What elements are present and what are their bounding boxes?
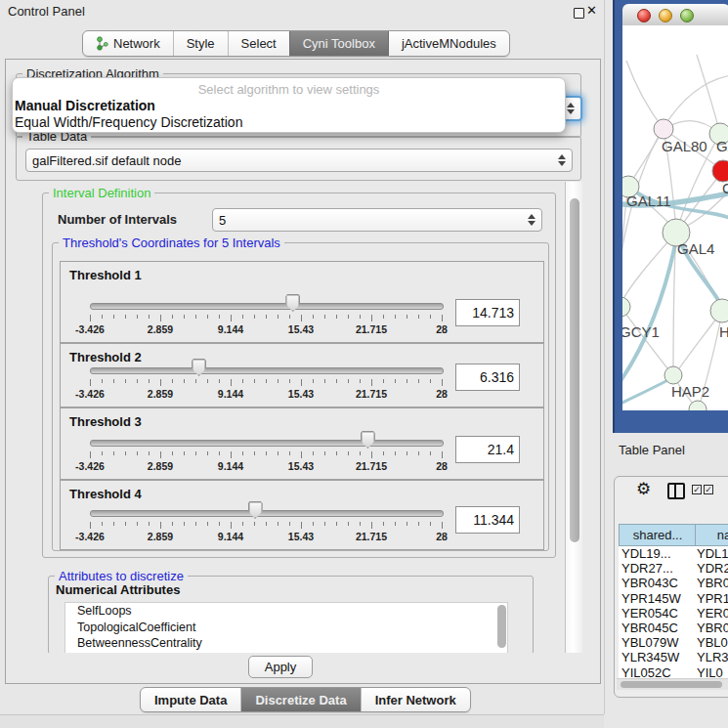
minor-tick	[289, 379, 290, 383]
table-row[interactable]: YDR27...YDR2	[619, 561, 728, 576]
slider-track[interactable]	[90, 510, 444, 517]
control-panel-titlebar: Control Panel ✕	[0, 0, 604, 23]
float-window-icon[interactable]	[574, 8, 584, 19]
tick-label: 9.144	[201, 323, 260, 335]
threshold-value-field[interactable]: 14.713	[455, 299, 520, 326]
cell-shared-name: YBR045C	[621, 621, 678, 635]
number-of-intervals-value: 5	[219, 213, 524, 228]
attribute-item-selfloops[interactable]: SelfLoops	[65, 603, 507, 620]
thresholds-legend: Threshold's Coordinates for 5 Intervals	[59, 236, 284, 250]
minor-tick	[430, 379, 431, 383]
gear-icon[interactable]: ⚙	[636, 479, 651, 499]
minor-tick	[137, 451, 138, 455]
apply-button[interactable]: Apply	[248, 656, 313, 678]
tab-infer-network[interactable]: Infer Network	[361, 688, 470, 711]
settings-scrollbar-thumb[interactable]	[570, 198, 579, 542]
minimize-traffic-light-icon[interactable]	[659, 9, 672, 22]
columns-icon[interactable]	[667, 483, 685, 499]
network-node-gal80[interactable]	[654, 119, 673, 139]
table-hscrollbar-track[interactable]	[617, 678, 728, 690]
minor-tick	[383, 315, 384, 319]
minor-tick	[254, 451, 255, 455]
major-tick	[231, 315, 232, 321]
table-row[interactable]: YDL19...YDL1	[619, 546, 728, 561]
threshold-slider[interactable]: -3.4262.8599.14415.4321.71528	[68, 293, 467, 338]
table-row[interactable]: YBL079WYBL0	[619, 635, 728, 650]
threshold-value-field[interactable]: 6.316	[455, 364, 520, 391]
checkbox-icon[interactable]: ✓	[704, 485, 713, 494]
table-data-combobox[interactable]: galFiltered.sif default node	[25, 149, 573, 172]
table-row[interactable]: YER054CYER0	[619, 606, 728, 621]
column-header-1[interactable]: na	[695, 524, 728, 546]
close-traffic-light-icon[interactable]	[637, 9, 651, 22]
algorithm-option-equal-width-frequency-discretization[interactable]: Equal Width/Frequency Discretization	[15, 114, 242, 130]
minor-tick	[219, 451, 220, 455]
network-node-hap2[interactable]	[664, 366, 682, 384]
threshold-value-field[interactable]: 11.344	[455, 506, 520, 534]
table-hscrollbar-thumb[interactable]	[621, 681, 722, 688]
minor-tick	[313, 315, 314, 319]
node-label: GA	[716, 138, 728, 154]
threshold-panel-1: Threshold 1-3.4262.8599.14415.4321.71528…	[60, 261, 544, 343]
minor-tick	[125, 379, 126, 383]
minor-tick	[172, 379, 173, 383]
checkbox-icon[interactable]: ✓	[692, 485, 702, 494]
cell-name: YER0	[697, 606, 728, 621]
stepper-icon	[567, 103, 575, 114]
algorithm-popup-hint: Select algorithm to view settings	[13, 82, 565, 97]
settings-scrollbar-track[interactable]	[565, 182, 582, 653]
control-panel-window: Control Panel ✕ NetworkStyleSelectCyni T…	[0, 0, 605, 714]
zoom-traffic-light-icon[interactable]	[680, 9, 694, 22]
tab-cyni-toolbox[interactable]: Cyni Toolbox	[289, 31, 388, 56]
column-header-0[interactable]: shared...	[619, 524, 697, 546]
slider-track[interactable]	[90, 303, 444, 310]
threshold-value-field[interactable]: 21.4	[455, 436, 520, 463]
tick-label: 15.43	[272, 460, 330, 472]
network-node-h[interactable]	[710, 299, 728, 322]
tick-label: 21.715	[342, 388, 401, 400]
network-window-titlebar[interactable]	[622, 4, 728, 26]
attribute-item-topologicalcoefficient[interactable]: TopologicalCoefficient	[65, 620, 507, 636]
minor-tick	[348, 522, 349, 526]
threshold-slider[interactable]: -3.4262.8599.14415.4321.71528	[68, 430, 467, 475]
major-tick	[371, 315, 372, 321]
cell-name: YLR3	[697, 650, 728, 664]
algorithm-option-manual-discretization[interactable]: Manual Discretization	[15, 98, 155, 113]
tab-impute-data[interactable]: Impute Data	[141, 688, 240, 711]
number-of-intervals-combobox[interactable]: 5	[212, 208, 542, 232]
settings-scroll-viewport: Interval Definition Number of Intervals …	[16, 182, 582, 653]
close-icon[interactable]: ✕	[586, 3, 597, 18]
major-tick	[442, 451, 443, 458]
bottom-tab-bar: Impute DataDiscretize DataInfer Network	[140, 687, 471, 712]
minor-tick	[184, 451, 185, 455]
minor-tick	[395, 451, 396, 455]
minor-tick	[149, 379, 150, 383]
slider-track[interactable]	[90, 367, 444, 374]
table-row[interactable]: YBR043CYBR0	[619, 576, 728, 590]
threshold-panel-4: Threshold 4-3.4262.8599.14415.4321.71528…	[60, 480, 544, 550]
threshold-slider[interactable]: -3.4262.8599.14415.4321.71528	[68, 358, 467, 403]
network-node-gcy1[interactable]	[622, 297, 630, 317]
threshold-slider[interactable]: -3.4262.8599.14415.4321.71528	[68, 500, 467, 545]
tab-select[interactable]: Select	[228, 31, 289, 56]
tab-style[interactable]: Style	[173, 31, 228, 56]
minor-tick	[149, 522, 150, 526]
minor-tick	[125, 451, 126, 455]
minor-tick	[219, 522, 220, 526]
table-row[interactable]: YPR145WYPR1	[619, 591, 728, 606]
tab-network[interactable]: Network	[83, 31, 173, 56]
list-scrollbar[interactable]	[497, 605, 506, 648]
tab-discretize-data[interactable]: Discretize Data	[240, 688, 360, 711]
slider-track[interactable]	[90, 440, 444, 447]
numerical-attributes-list[interactable]: SelfLoopsTopologicalCoefficientBetweenne…	[64, 602, 508, 653]
minor-tick	[172, 451, 173, 455]
attribute-item-betweennesscentrality[interactable]: BetweennessCentrality	[65, 635, 507, 652]
minor-tick	[289, 451, 290, 455]
tab-jactivemnodules[interactable]: jActiveMNodules	[388, 31, 509, 56]
table-row[interactable]: YLR345WYLR3	[619, 650, 728, 664]
network-node-c[interactable]	[712, 160, 728, 182]
network-canvas[interactable]: GAL80GACGAL11GAL4GCY1HHAP2	[622, 25, 728, 410]
table-row[interactable]: YBR045CYBR0	[619, 621, 728, 635]
minor-tick	[266, 315, 267, 319]
thresholds-group: Threshold's Coordinates for 5 Intervals …	[52, 242, 549, 551]
